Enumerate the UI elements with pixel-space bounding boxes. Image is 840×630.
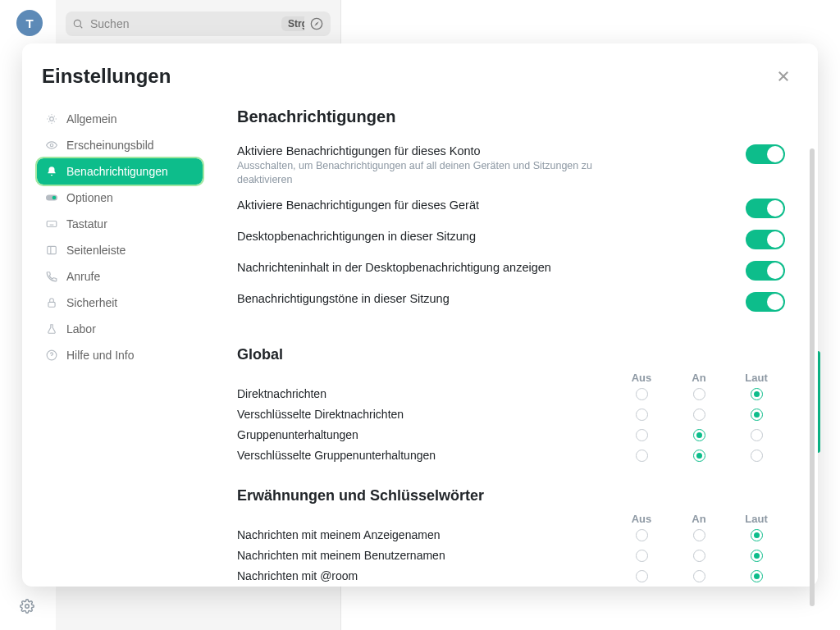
radio-off[interactable] [636,450,648,462]
svg-marker-4 [314,21,318,25]
radio-row: Nachrichten mit meinem Benutzernamen [237,546,785,566]
svg-point-18 [52,196,57,200]
radio-on[interactable] [693,529,705,541]
toggle-icon [45,191,58,204]
radio-row-label: Verschlüsselte Direktnachrichten [237,408,613,421]
explore-button[interactable] [304,11,329,36]
radio-row-label: Direktnachrichten [237,387,613,400]
flask-icon [45,322,58,336]
svg-rect-19 [47,221,57,227]
radio-loud[interactable] [751,388,763,400]
radio-on[interactable] [693,450,705,462]
radio-loud[interactable] [751,570,763,582]
column-header-off: Aus [613,372,670,384]
radio-off[interactable] [636,550,648,562]
nav-item-erscheinungsbild[interactable]: Erscheinungsbild [37,132,203,158]
toggle-row: Aktiviere Benachrichtigungen für dieses … [237,199,785,218]
toggle-row: Desktopbenachrichtigungen in dieser Sitz… [237,230,785,249]
bell-icon [45,165,58,178]
toggle-label: Desktopbenachrichtigungen in dieser Sitz… [237,230,726,243]
nav-item-label: Allgemein [66,112,116,126]
radio-row-label: Gruppenunterhaltungen [237,428,613,441]
svg-point-16 [50,144,53,147]
keyboard-icon [45,217,58,231]
nav-item-labor[interactable]: Labor [37,316,203,342]
nav-item-label: Tastatur [66,217,107,231]
toggle-switch[interactable] [746,261,785,281]
radio-on[interactable] [693,550,705,562]
svg-line-15 [54,116,55,116]
radio-row-label: Verschlüsselte Gruppenunterhaltungen [237,449,613,462]
gear-icon[interactable] [20,599,34,614]
column-header-loud: Laut [728,513,785,525]
column-header-loud: Laut [728,372,785,384]
toggle-row: Nachrichteninhalt in der Desktopbenachri… [237,261,785,281]
radio-row: Verschlüsselte Gruppenunterhaltungen [237,445,785,466]
nav-item-label: Labor [66,322,96,336]
eye-icon [45,139,58,152]
radio-on[interactable] [693,409,705,421]
svg-rect-27 [48,302,55,307]
scrollbar[interactable] [810,148,815,606]
phone-icon [45,270,58,283]
nav-item-anrufe[interactable]: Anrufe [37,263,203,290]
sun-icon [45,112,58,126]
radio-off[interactable] [636,570,648,582]
radio-on[interactable] [693,388,705,400]
nav-item-sicherheit[interactable]: Sicherheit [37,290,203,316]
svg-line-12 [48,116,49,116]
radio-row: Verschlüsselte Direktnachrichten [237,404,785,425]
radio-loud[interactable] [751,550,763,562]
radio-on[interactable] [693,570,705,582]
content-heading: Benachrichtigungen [237,107,785,126]
nav-item-label: Benachrichtigungen [66,165,168,178]
settings-content: Benachrichtigungen Aktiviere Benachricht… [212,99,818,587]
nav-item-hilfe-und-info[interactable]: Hilfe und Info [37,342,203,368]
toggle-switch[interactable] [746,144,785,164]
radio-off[interactable] [636,529,648,541]
toggle-row: Aktiviere Benachrichtigungen für dieses … [237,144,785,187]
nav-item-label: Anrufe [66,270,100,283]
toggle-row: Benachrichtigungstöne in dieser Sitzung [237,292,785,312]
toggle-switch[interactable] [746,292,785,312]
radio-row-label: Nachrichten mit meinem Anzeigenamen [237,528,613,541]
radio-loud[interactable] [751,529,763,541]
column-header-on: An [670,513,728,525]
global-section-title: Global [237,346,785,363]
radio-row-label: Nachrichten mit meinem Benutzernamen [237,549,613,562]
nav-item-label: Hilfe und Info [66,349,135,362]
nav-item-allgemein[interactable]: Allgemein [37,106,203,132]
radio-off[interactable] [636,409,648,421]
nav-item-optionen[interactable]: Optionen [37,185,203,211]
close-button[interactable] [774,66,793,86]
mentions-section-title: Erwähnungen und Schlüsselwörter [237,487,785,504]
help-icon [45,349,58,362]
svg-line-2 [80,26,83,29]
svg-line-14 [48,121,49,122]
radio-off[interactable] [636,388,648,400]
settings-modal: Einstellungen AllgemeinErscheinungsbildB… [22,43,818,587]
avatar[interactable]: T [16,10,43,36]
search-input[interactable]: Suchen Strg K [66,11,331,36]
radio-off[interactable] [636,429,648,441]
toggle-label: Aktiviere Benachrichtigungen für dieses … [237,199,726,212]
radio-loud[interactable] [751,409,763,421]
nav-item-label: Erscheinungsbild [66,139,154,152]
radio-row: Direktnachrichten [237,384,785,404]
svg-point-1 [74,20,80,26]
nav-item-seitenleiste[interactable]: Seitenleiste [37,237,203,263]
toggle-switch[interactable] [746,230,785,249]
radio-row-label: Nachrichten mit @room [237,569,613,582]
svg-point-7 [50,117,54,121]
toggle-label: Aktiviere Benachrichtigungen für dieses … [237,144,726,158]
radio-loud[interactable] [751,450,763,462]
radio-row: Nachrichten mit @room [237,566,785,587]
radio-loud[interactable] [751,429,763,441]
lock-icon [45,296,58,309]
nav-item-benachrichtigungen[interactable]: Benachrichtigungen [37,158,203,185]
search-icon [72,18,84,30]
toggle-switch[interactable] [746,199,785,218]
column-header-on: An [670,372,728,384]
nav-item-tastatur[interactable]: Tastatur [37,211,203,237]
radio-on[interactable] [693,429,705,441]
